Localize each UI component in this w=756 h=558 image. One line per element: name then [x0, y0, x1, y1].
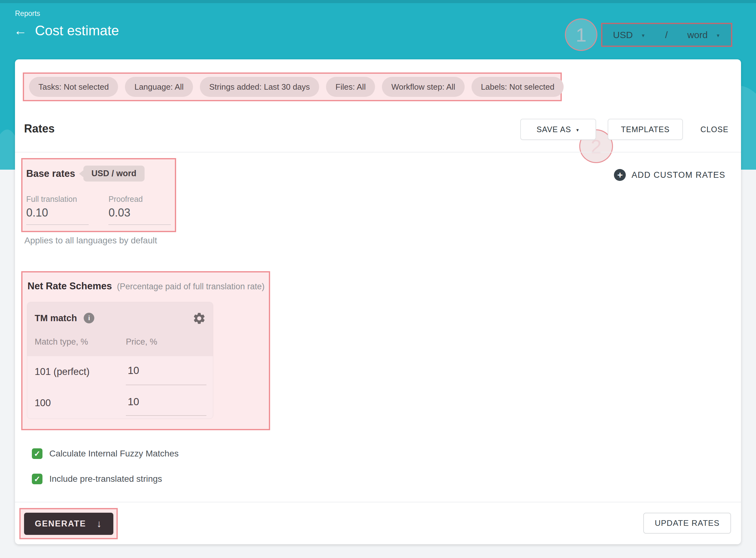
pre-translated-checkbox[interactable]: ✓: [32, 474, 43, 484]
full-translation-label: Full translation: [26, 195, 108, 204]
base-rates-unit-chip: USD / word: [83, 166, 144, 181]
info-icon[interactable]: i: [84, 313, 94, 323]
add-custom-rates-button[interactable]: + ADD CUSTOM RATES: [614, 168, 725, 182]
generate-annotation-box: GENERATE ↓: [19, 508, 118, 539]
filter-chip-files[interactable]: Files: All: [326, 77, 375, 97]
currency-unit-annotation-box: USD ▼ / word ▼: [601, 23, 732, 47]
download-arrow-icon: ↓: [97, 518, 102, 530]
tm-row-match-type: 100: [35, 398, 51, 409]
section-divider: [15, 152, 741, 152]
tm-row-price-input[interactable]: 10: [128, 396, 139, 408]
fuzzy-matches-label: Calculate Internal Fuzzy Matches: [49, 449, 179, 459]
input-underline: [26, 224, 89, 225]
price-column-header: Price, %: [126, 337, 157, 347]
filter-chip-tasks[interactable]: Tasks: Not selected: [29, 77, 118, 97]
filter-chip-labels[interactable]: Labels: Not selected: [471, 77, 564, 97]
input-underline: [126, 415, 207, 416]
net-rate-schemes-title: Net Rate Schemes: [27, 281, 112, 292]
cost-estimate-screen: Reports ← Cost estimate 1 USD ▼ / word ▼…: [0, 0, 756, 558]
chevron-down-icon: ▼: [575, 128, 580, 132]
proofread-label: Proofread: [108, 195, 172, 204]
base-rates-note: Applies to all languages by default: [24, 235, 157, 246]
templates-button[interactable]: TEMPLATES: [608, 119, 683, 140]
unit-select-value: word: [687, 30, 708, 40]
footer-divider: [15, 502, 741, 502]
chevron-down-icon: ▼: [641, 33, 645, 38]
chevron-down-icon: ▼: [716, 33, 721, 38]
proofread-input[interactable]: 0.03: [108, 206, 172, 219]
fuzzy-matches-option: ✓ Calculate Internal Fuzzy Matches: [32, 448, 179, 459]
match-type-column-header: Match type, %: [35, 337, 88, 347]
pre-translated-option: ✓ Include pre-translated strings: [32, 474, 162, 484]
pre-translated-label: Include pre-translated strings: [49, 474, 162, 484]
annotation-badge-1: 1: [565, 19, 597, 51]
templates-label: TEMPLATES: [621, 125, 670, 134]
save-as-button[interactable]: SAVE AS ▼: [520, 119, 596, 140]
net-rate-schemes-title-row: Net Rate Schemes (Percentage paid of ful…: [27, 281, 269, 292]
generate-button[interactable]: GENERATE ↓: [24, 513, 113, 535]
add-custom-rates-label: ADD CUSTOM RATES: [631, 170, 725, 180]
full-translation-field: Full translation 0.10: [26, 195, 108, 225]
filters-annotation-box: Tasks: Not selected Language: All String…: [23, 73, 562, 101]
tm-match-card: TM match i Match type, % Price, % 101 (p…: [27, 302, 213, 419]
filter-chip-language[interactable]: Language: All: [125, 77, 193, 97]
tm-match-title: TM match: [35, 313, 77, 323]
back-arrow-icon[interactable]: ←: [14, 24, 27, 37]
input-underline: [108, 224, 171, 225]
page-title-row: ← Cost estimate: [14, 23, 119, 38]
filter-chip-strings-added[interactable]: Strings added: Last 30 days: [200, 77, 319, 97]
filter-chip-workflow-step[interactable]: Workflow step: All: [382, 77, 465, 97]
base-rates-fields: Full translation 0.10 Proofread 0.03: [26, 195, 172, 225]
unit-select[interactable]: word ▼: [687, 30, 721, 40]
currency-unit-separator: /: [645, 30, 687, 40]
page-title: Cost estimate: [35, 23, 119, 38]
currency-select-value: USD: [613, 30, 633, 40]
base-rates-title: Base rates: [26, 168, 75, 179]
net-rate-schemes-annotation-box: Net Rate Schemes (Percentage paid of ful…: [21, 271, 270, 430]
report-card: Tasks: Not selected Language: All String…: [15, 59, 741, 544]
tm-match-card-header: TM match i Match type, % Price, %: [27, 302, 213, 356]
plus-icon: +: [614, 169, 626, 181]
input-underline: [126, 385, 207, 385]
rates-section-title: Rates: [24, 122, 55, 135]
currency-select[interactable]: USD ▼: [613, 30, 645, 40]
tm-row-match-type: 101 (perfect): [35, 366, 90, 377]
tm-row-price-input[interactable]: 10: [128, 364, 139, 377]
base-rates-title-row: Base rates USD / word: [26, 166, 172, 181]
proofread-field: Proofread 0.03: [108, 195, 172, 225]
full-translation-input[interactable]: 0.10: [26, 206, 108, 219]
update-rates-button[interactable]: UPDATE RATES: [643, 513, 731, 534]
generate-label: GENERATE: [35, 519, 86, 529]
close-button[interactable]: CLOSE: [690, 119, 739, 140]
breadcrumb[interactable]: Reports: [15, 9, 40, 18]
base-rates-annotation-box: Base rates USD / word Full translation 0…: [21, 158, 176, 232]
gear-icon[interactable]: [192, 311, 206, 325]
fuzzy-matches-checkbox[interactable]: ✓: [32, 448, 43, 459]
save-as-label: SAVE AS: [537, 125, 571, 134]
net-rate-schemes-subtitle: (Percentage paid of full translation rat…: [117, 282, 265, 291]
tm-match-title-row: TM match i: [35, 313, 94, 323]
